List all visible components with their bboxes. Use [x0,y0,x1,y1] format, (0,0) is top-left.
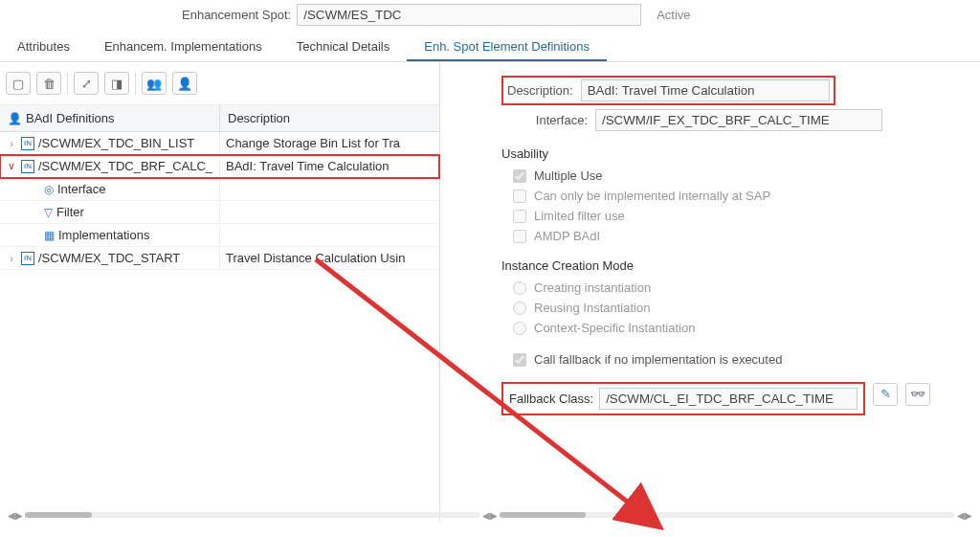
usability-title: Usability [501,146,972,161]
call-fallback-row[interactable]: Call fallback if no implementation is ex… [513,352,972,367]
tree-node-name: /SCWM/EX_TDC_BRF_CALC_ [38,159,212,173]
description-field[interactable] [581,79,830,101]
context-radio [513,322,526,335]
right-panel: Description: Interface: Usability Multip… [440,62,980,522]
header: Enhancement Spot: Active [0,0,980,34]
tree-row[interactable]: ◎Interface [0,178,439,201]
tree-body: ›IN/SCWM/EX_TDC_BIN_LISTChange Storage B… [0,132,439,270]
creating-row[interactable]: Creating instantiation [513,280,972,295]
interface-icon: ◎ [44,183,54,196]
amdp-badi-row[interactable]: AMDP BAdI [513,229,972,243]
interface-label: Interface: [501,113,588,127]
creating-radio [513,281,526,295]
tree-row[interactable]: ▦Implementations [0,224,439,247]
multiple-use-checkbox [513,169,526,183]
reusing-row[interactable]: Reusing Instantiation [513,301,972,315]
tab-attributes[interactable]: Attributes [0,34,87,61]
scroll-left-icon[interactable]: ◀▶ [6,510,25,521]
reusing-radio [513,302,526,315]
tree-row[interactable]: ∨IN/SCWM/EX_TDC_BRF_CALC_BAdI: Travel Ti… [0,155,439,178]
tab-enhancem-implementations[interactable]: Enhancem. Implementations [87,34,279,61]
fallback-class-label: Fallback Class: [509,392,593,406]
filter-icon: ▽ [44,206,53,219]
separator [67,72,68,95]
limited-filter-row[interactable]: Limited filter use [513,209,972,223]
tree-header-desc: Description [220,105,439,132]
tree-row[interactable]: ▽Filter [0,201,439,224]
fallback-class-field[interactable] [599,388,858,410]
enhancement-spot-field[interactable] [297,4,641,26]
left-panel: ▢ 🗑 ⤢ ◨ 👥 👤 👤 BAdI Definitions Descripti… [0,62,440,522]
tab-element-definitions[interactable]: Enh. Spot Element Definitions [407,34,607,61]
chevron-down-icon[interactable]: ∨ [6,160,17,172]
create-button[interactable]: ▢ [6,72,31,95]
tree-node-desc [220,178,439,201]
tree-header: 👤 BAdI Definitions Description [0,105,439,132]
user-button[interactable]: 👤 [172,72,197,95]
toolbar: ▢ 🗑 ⤢ ◨ 👥 👤 [0,62,439,105]
edit-button[interactable]: ✎ [873,383,898,406]
tree-node-name: Implementations [58,228,149,242]
person-icon: 👤 [8,112,22,125]
tree-node-name: /SCWM/EX_TDC_BIN_LIST [38,136,194,150]
collapse-button[interactable]: ◨ [104,72,129,95]
tree-header-name: BAdI Definitions [26,111,115,125]
tree-node-name: Interface [57,182,106,196]
separator [135,72,136,95]
expand-button[interactable]: ⤢ [74,72,99,95]
internal-only-checkbox [513,190,526,203]
tree-row[interactable]: ›IN/SCWM/EX_TDC_BIN_LISTChange Storage B… [0,132,439,155]
instance-mode-title: Instance Creation Mode [501,258,972,273]
implementations-icon: ▦ [44,229,55,242]
tree-node-desc: Change Storage Bin List for Tra [220,132,439,155]
multiple-use-row[interactable]: Multiple Use [513,168,972,183]
interface-field[interactable] [595,109,882,131]
badi-icon: IN [21,137,34,150]
tree-node-desc: BAdI: Travel Time Calculation [220,155,439,178]
delete-button[interactable]: 🗑 [36,72,61,95]
tree-row[interactable]: ›IN/SCWM/EX_TDC_STARTTravel Distance Cal… [0,247,439,270]
tab-technical-details[interactable]: Technical Details [279,34,408,61]
enhancement-spot-label: Enhancement Spot: [182,8,291,22]
tree-node-name: Filter [56,205,84,219]
chevron-right-icon[interactable]: › [6,138,17,149]
amdp-badi-checkbox [513,230,526,243]
tree-node-desc: Travel Distance Calculation Usin [220,247,439,270]
tree-node-name: /SCWM/EX_TDC_START [38,251,180,265]
badi-icon: IN [21,252,34,265]
call-fallback-checkbox [513,353,526,367]
context-row[interactable]: Context-Specific Instantiation [513,321,972,335]
tabs: Attributes Enhancem. Implementations Tec… [0,34,980,62]
badi-icon: IN [21,160,34,173]
chevron-right-icon[interactable]: › [6,253,17,264]
tree-node-desc [220,201,439,224]
tree-node-desc [220,224,439,247]
status-label: Active [657,8,690,22]
internal-only-row[interactable]: Can only be implemented internally at SA… [513,189,972,203]
description-label: Description: [507,83,573,98]
display-button[interactable]: 👓 [905,383,930,406]
users-button[interactable]: 👥 [142,72,167,95]
limited-filter-checkbox [513,210,526,223]
